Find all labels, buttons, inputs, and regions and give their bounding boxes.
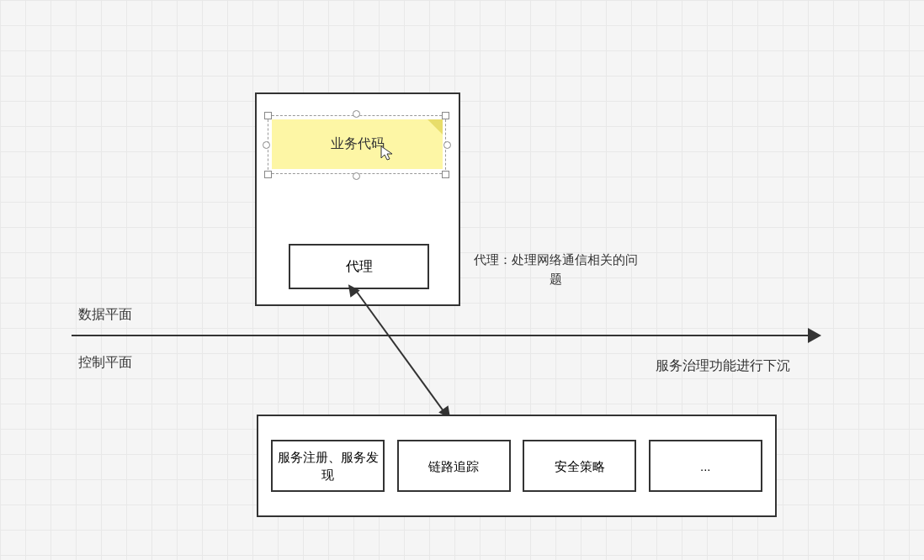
- service-box-tracing[interactable]: 链路追踪: [397, 440, 511, 492]
- axis-arrow-icon: [808, 328, 821, 343]
- proxy-label: 代理: [346, 258, 373, 276]
- resize-handle-s[interactable]: [353, 172, 360, 180]
- service-box-label: 服务注册、服务发现: [276, 448, 380, 483]
- proxy-box[interactable]: 代理: [289, 244, 429, 289]
- resize-handle-n[interactable]: [353, 110, 360, 118]
- service-box-label: 安全策略: [555, 457, 605, 475]
- resize-handle-se[interactable]: [442, 171, 449, 178]
- resize-handle-e[interactable]: [443, 141, 451, 149]
- lower-container: 服务注册、服务发现 链路追踪 安全策略 ...: [257, 415, 777, 517]
- service-box-label: ...: [700, 457, 711, 475]
- service-box-more[interactable]: ...: [649, 440, 762, 492]
- horizontal-axis: [72, 335, 812, 336]
- service-box-security[interactable]: 安全策略: [523, 440, 636, 492]
- service-box-label: 链路追踪: [428, 457, 479, 475]
- resize-handle-nw[interactable]: [264, 112, 272, 119]
- resize-handle-w[interactable]: [263, 141, 270, 149]
- connector-line: [353, 288, 449, 418]
- control-plane-label: 控制平面: [78, 354, 132, 372]
- resize-handle-ne[interactable]: [442, 112, 449, 119]
- resize-handle-sw[interactable]: [264, 171, 272, 178]
- service-box-registry[interactable]: 服务注册、服务发现: [271, 440, 385, 492]
- proxy-description: 代理：处理网络通信相关的问题: [471, 251, 640, 288]
- governance-label: 服务治理功能进行下沉: [656, 357, 790, 375]
- selection-outline: [268, 115, 446, 174]
- data-plane-label: 数据平面: [78, 306, 132, 324]
